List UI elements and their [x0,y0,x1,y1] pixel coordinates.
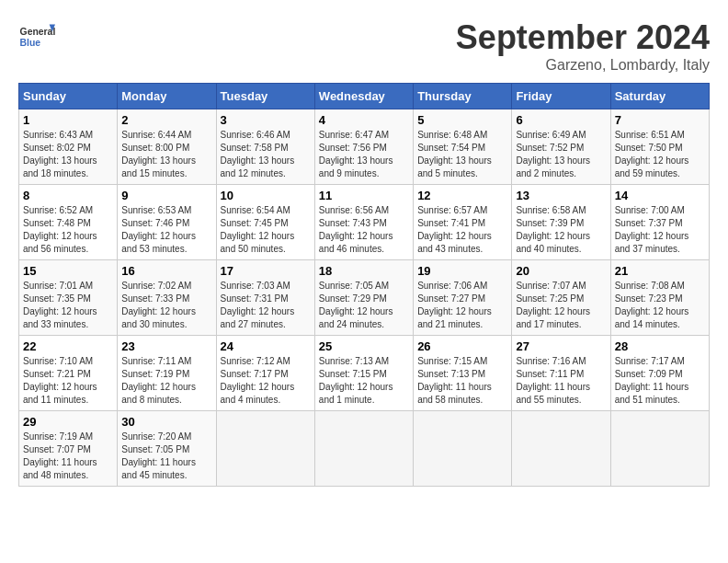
calendar-cell: 12Sunrise: 6:57 AM Sunset: 7:41 PM Dayli… [414,185,512,260]
svg-text:General: General [20,27,55,37]
calendar-cell: 7Sunrise: 6:51 AM Sunset: 7:50 PM Daylig… [610,109,709,185]
day-info: Sunrise: 7:10 AM Sunset: 7:21 PM Dayligh… [23,355,113,407]
calendar-cell: 1Sunrise: 6:43 AM Sunset: 8:02 PM Daylig… [19,109,118,185]
day-info: Sunrise: 7:19 AM Sunset: 7:07 PM Dayligh… [23,431,113,482]
day-number: 16 [121,264,211,278]
day-number: 15 [23,264,113,278]
day-info: Sunrise: 7:07 AM Sunset: 7:25 PM Dayligh… [516,280,606,331]
day-info: Sunrise: 6:53 AM Sunset: 7:46 PM Dayligh… [121,204,211,256]
day-info: Sunrise: 7:11 AM Sunset: 7:19 PM Dayligh… [121,355,211,407]
calendar-cell: 23Sunrise: 7:11 AM Sunset: 7:19 PM Dayli… [118,336,216,411]
day-info: Sunrise: 6:43 AM Sunset: 8:02 PM Dayligh… [23,129,113,180]
day-number: 26 [417,339,507,353]
day-number: 22 [23,339,113,353]
calendar-cell: 13Sunrise: 6:58 AM Sunset: 7:39 PM Dayli… [512,185,610,260]
day-number: 13 [516,189,606,202]
calendar-cell [216,411,314,487]
weekday-header-wednesday: Wednesday [314,84,413,109]
day-info: Sunrise: 6:52 AM Sunset: 7:48 PM Dayligh… [23,204,113,256]
day-number: 6 [516,113,606,127]
weekday-header-saturday: Saturday [610,84,709,109]
calendar-cell: 26Sunrise: 7:15 AM Sunset: 7:13 PM Dayli… [414,336,512,411]
calendar-cell: 24Sunrise: 7:12 AM Sunset: 7:17 PM Dayli… [216,336,314,411]
calendar-cell: 19Sunrise: 7:06 AM Sunset: 7:27 PM Dayli… [414,260,512,336]
day-number: 14 [615,189,705,202]
calendar-cell: 16Sunrise: 7:02 AM Sunset: 7:33 PM Dayli… [118,260,216,336]
calendar-cell: 30Sunrise: 7:20 AM Sunset: 7:05 PM Dayli… [118,411,216,487]
day-info: Sunrise: 7:02 AM Sunset: 7:33 PM Dayligh… [121,280,211,331]
calendar-cell: 18Sunrise: 7:05 AM Sunset: 7:29 PM Dayli… [314,260,413,336]
day-info: Sunrise: 6:47 AM Sunset: 7:56 PM Dayligh… [319,129,409,180]
day-number: 19 [417,264,507,278]
calendar-cell: 28Sunrise: 7:17 AM Sunset: 7:09 PM Dayli… [610,336,709,411]
day-info: Sunrise: 6:56 AM Sunset: 7:43 PM Dayligh… [319,204,409,256]
day-number: 5 [417,113,507,127]
page-header: General Blue September 2024 Garzeno, Lom… [18,18,710,74]
weekday-header-sunday: Sunday [19,84,118,109]
day-info: Sunrise: 7:05 AM Sunset: 7:29 PM Dayligh… [319,280,409,331]
weekday-header-tuesday: Tuesday [216,84,314,109]
day-number: 20 [516,264,606,278]
day-number: 7 [615,113,705,127]
day-info: Sunrise: 7:20 AM Sunset: 7:05 PM Dayligh… [121,431,211,482]
weekday-header-monday: Monday [118,84,216,109]
day-number: 18 [319,264,409,278]
logo: General Blue [18,18,55,55]
calendar-cell: 25Sunrise: 7:13 AM Sunset: 7:15 PM Dayli… [314,336,413,411]
calendar-cell: 10Sunrise: 6:54 AM Sunset: 7:45 PM Dayli… [216,185,314,260]
day-number: 24 [221,339,311,353]
day-number: 27 [516,339,606,353]
day-number: 17 [221,264,311,278]
calendar-cell [414,411,512,487]
day-info: Sunrise: 7:17 AM Sunset: 7:09 PM Dayligh… [615,355,705,407]
day-info: Sunrise: 6:51 AM Sunset: 7:50 PM Dayligh… [615,129,705,180]
title-block: September 2024 Garzeno, Lombardy, Italy [456,18,710,74]
day-info: Sunrise: 6:57 AM Sunset: 7:41 PM Dayligh… [417,204,507,256]
calendar-cell: 15Sunrise: 7:01 AM Sunset: 7:35 PM Dayli… [19,260,118,336]
day-info: Sunrise: 7:03 AM Sunset: 7:31 PM Dayligh… [221,280,311,331]
calendar-cell: 6Sunrise: 6:49 AM Sunset: 7:52 PM Daylig… [512,109,610,185]
day-info: Sunrise: 7:13 AM Sunset: 7:15 PM Dayligh… [319,355,409,407]
day-number: 12 [417,189,507,202]
logo-icon: General Blue [18,18,55,55]
calendar-cell [314,411,413,487]
day-number: 10 [221,189,311,202]
day-number: 29 [23,415,113,429]
day-info: Sunrise: 6:54 AM Sunset: 7:45 PM Dayligh… [221,204,311,256]
calendar-cell: 3Sunrise: 6:46 AM Sunset: 7:58 PM Daylig… [216,109,314,185]
day-number: 4 [319,113,409,127]
day-info: Sunrise: 7:12 AM Sunset: 7:17 PM Dayligh… [221,355,311,407]
month-title: September 2024 [456,18,710,57]
day-number: 1 [23,113,113,127]
day-info: Sunrise: 7:06 AM Sunset: 7:27 PM Dayligh… [417,280,507,331]
calendar-cell: 17Sunrise: 7:03 AM Sunset: 7:31 PM Dayli… [216,260,314,336]
calendar-cell [610,411,709,487]
weekday-header-friday: Friday [512,84,610,109]
weekday-header-thursday: Thursday [414,84,512,109]
day-number: 2 [121,113,211,127]
calendar-cell: 8Sunrise: 6:52 AM Sunset: 7:48 PM Daylig… [19,185,118,260]
day-number: 8 [23,189,113,202]
calendar-cell: 22Sunrise: 7:10 AM Sunset: 7:21 PM Dayli… [19,336,118,411]
day-info: Sunrise: 7:08 AM Sunset: 7:23 PM Dayligh… [615,280,705,331]
calendar-cell: 9Sunrise: 6:53 AM Sunset: 7:46 PM Daylig… [118,185,216,260]
location-title: Garzeno, Lombardy, Italy [456,57,710,74]
day-number: 3 [221,113,311,127]
day-info: Sunrise: 7:01 AM Sunset: 7:35 PM Dayligh… [23,280,113,331]
day-info: Sunrise: 6:48 AM Sunset: 7:54 PM Dayligh… [417,129,507,180]
day-number: 28 [615,339,705,353]
day-info: Sunrise: 6:49 AM Sunset: 7:52 PM Dayligh… [516,129,606,180]
calendar-cell: 2Sunrise: 6:44 AM Sunset: 8:00 PM Daylig… [118,109,216,185]
calendar-cell: 11Sunrise: 6:56 AM Sunset: 7:43 PM Dayli… [314,185,413,260]
svg-text:Blue: Blue [20,38,41,48]
calendar-cell: 5Sunrise: 6:48 AM Sunset: 7:54 PM Daylig… [414,109,512,185]
day-number: 25 [319,339,409,353]
day-number: 9 [121,189,211,202]
day-number: 11 [319,189,409,202]
calendar-cell: 20Sunrise: 7:07 AM Sunset: 7:25 PM Dayli… [512,260,610,336]
day-info: Sunrise: 7:15 AM Sunset: 7:13 PM Dayligh… [417,355,507,407]
day-number: 21 [615,264,705,278]
calendar-cell: 27Sunrise: 7:16 AM Sunset: 7:11 PM Dayli… [512,336,610,411]
day-number: 23 [121,339,211,353]
day-info: Sunrise: 6:58 AM Sunset: 7:39 PM Dayligh… [516,204,606,256]
